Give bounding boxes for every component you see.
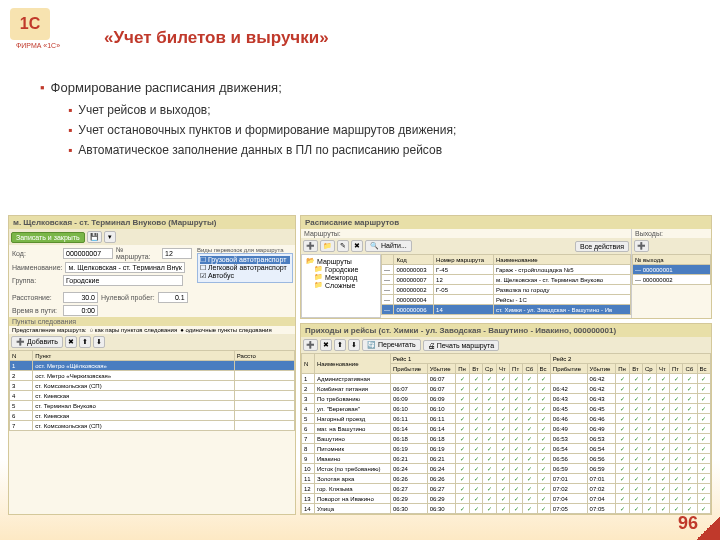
- trips-title: Приходы и рейсы (ст. Химки - ул. Заводск…: [301, 324, 711, 337]
- table-row[interactable]: —00000000712м. Щелковская - ст. Терминал…: [382, 275, 631, 285]
- routenum-label: № маршрута:: [116, 246, 159, 260]
- stops-header: Пункты следования: [9, 317, 295, 326]
- dist-label: Расстояние:: [12, 294, 60, 301]
- veh-label: Виды перевозок для маршрута: [197, 247, 293, 253]
- add-button[interactable]: ➕ Добавить: [11, 336, 63, 348]
- up-icon[interactable]: ⬆: [79, 336, 91, 348]
- all-actions-button[interactable]: Все действия: [575, 241, 629, 252]
- table-row[interactable]: 6ст. Киевская: [10, 411, 295, 421]
- table-row[interactable]: 2Комбинат питания06:0706:07✓✓✓✓✓✓✓06:420…: [302, 384, 711, 394]
- edit-icon[interactable]: ✎: [337, 240, 349, 252]
- table-row[interactable]: 6маг. на Вашутино06:1406:14✓✓✓✓✓✓✓06:490…: [302, 424, 711, 434]
- del-trip-icon[interactable]: ✖: [320, 339, 332, 351]
- page-number: 96: [678, 513, 698, 534]
- tree-item[interactable]: 📁Городские: [304, 265, 378, 273]
- table-row[interactable]: 2ост. Метро «Черкизовская»: [10, 371, 295, 381]
- time-input[interactable]: [63, 305, 98, 316]
- table-row[interactable]: —000000002Г-05Развозка по городу: [382, 285, 631, 295]
- table-row[interactable]: 3По требованию06:0906:09✓✓✓✓✓✓✓06:4306:4…: [302, 394, 711, 404]
- logo: 1С ФИРМА «1С»: [10, 8, 66, 56]
- table-row[interactable]: 5ст. Терминал Внуково: [10, 401, 295, 411]
- route-tree[interactable]: 📂Маршруты 📁Городские📁Межгород📁Сложные: [301, 254, 381, 318]
- trips-panel: Приходы и рейсы (ст. Химки - ул. Заводск…: [300, 323, 712, 515]
- save-icon[interactable]: 💾: [87, 231, 102, 243]
- stops-table[interactable]: NПунктРассто 1ост. Метро «Щёлковская»2ос…: [9, 350, 295, 431]
- exits-label: Выходы:: [635, 230, 683, 237]
- table-row[interactable]: 8Питомник06:1906:19✓✓✓✓✓✓✓06:5406:54✓✓✓✓…: [302, 444, 711, 454]
- up-trip-icon[interactable]: ⬆: [334, 339, 346, 351]
- repr-opt2[interactable]: ● одиночные пункты следования: [180, 327, 272, 333]
- delete-icon[interactable]: ✖: [65, 336, 77, 348]
- vehicle-option[interactable]: ☐ Грузовой автотранспорт: [200, 256, 290, 264]
- nul-input[interactable]: [158, 292, 188, 303]
- routenum-input[interactable]: [162, 248, 192, 259]
- bullet-1: Формирование расписания движения;: [51, 80, 282, 95]
- table-row[interactable]: 7Вашутино06:1806:18✓✓✓✓✓✓✓06:5306:53✓✓✓✓…: [302, 434, 711, 444]
- vehicle-option[interactable]: ☐ Легковой автотранспорт: [200, 264, 290, 272]
- add-folder-icon[interactable]: 📁: [320, 240, 335, 252]
- route-edit-title: м. Щелковская - ст. Терминал Внуково (Ма…: [9, 216, 295, 229]
- table-row[interactable]: 4ст. Киевская: [10, 391, 295, 401]
- routes-label: Маршруты:: [304, 230, 352, 237]
- corner-decoration: [696, 516, 720, 540]
- delete-route-icon[interactable]: ✖: [351, 240, 363, 252]
- schedule-panel: Расписание маршрутов Маршруты: ➕ 📁 ✎ ✖ 🔍…: [300, 215, 712, 319]
- more-icon[interactable]: ▾: [104, 231, 116, 243]
- bullet-2c: Автоматическое заполнение данных в ПЛ по…: [78, 143, 442, 157]
- add-exit-icon[interactable]: ➕: [634, 240, 649, 252]
- route-edit-panel: м. Щелковская - ст. Терминал Внуково (Ма…: [8, 215, 296, 515]
- down-icon[interactable]: ⬇: [93, 336, 105, 348]
- tree-item[interactable]: 📁Межгород: [304, 273, 378, 281]
- add-trip-icon[interactable]: ➕: [303, 339, 318, 351]
- exits-panel: Выходы: ➕ № выхода — 000000001— 00000000…: [631, 229, 711, 318]
- trips-table[interactable]: NНаименованиеРейс 1Рейс 2ПрибытиеУбытиеП…: [301, 353, 711, 514]
- add-route-icon[interactable]: ➕: [303, 240, 318, 252]
- code-input[interactable]: [63, 248, 113, 259]
- name-label: Наименование:: [12, 264, 62, 271]
- table-row[interactable]: 4ул. "Береговая"06:1006:10✓✓✓✓✓✓✓06:4506…: [302, 404, 711, 414]
- code-label: Код:: [12, 250, 60, 257]
- table-row[interactable]: 1Административная06:07✓✓✓✓✓✓✓06:42✓✓✓✓✓✓…: [302, 374, 711, 384]
- bullet-2b: Учет остановочных пунктов и формирование…: [78, 123, 456, 137]
- bullet-list: ▪Формирование расписания движения; ▪Учет…: [40, 80, 690, 163]
- table-row[interactable]: — 000000002: [633, 275, 711, 285]
- vehicle-checklist[interactable]: ☐ Грузовой автотранспорт☐ Легковой автот…: [197, 253, 293, 283]
- find-button[interactable]: 🔍 Найти...: [365, 240, 412, 252]
- tree-item[interactable]: 📁Сложные: [304, 281, 378, 289]
- table-row[interactable]: 7ст. Комсомольская (СП): [10, 421, 295, 431]
- table-row[interactable]: 11Золотая арка06:2606:26✓✓✓✓✓✓✓07:0107:0…: [302, 474, 711, 484]
- table-row[interactable]: 13Поворот на Ивакино06:2906:29✓✓✓✓✓✓✓07:…: [302, 494, 711, 504]
- page-title: «Учет билетов и выручки»: [104, 28, 329, 48]
- time-label: Время в пути:: [12, 307, 60, 314]
- save-close-button[interactable]: Записать и закрыть: [11, 232, 85, 243]
- table-row[interactable]: 12гор. Клязьма06:2706:27✓✓✓✓✓✓✓07:0207:0…: [302, 484, 711, 494]
- dist-input[interactable]: [63, 292, 98, 303]
- repr-opt1[interactable]: ○ как пары пунктов следования: [90, 327, 178, 333]
- table-row[interactable]: 9Ивакино06:2106:21✓✓✓✓✓✓✓06:5606:56✓✓✓✓✓…: [302, 454, 711, 464]
- group-input[interactable]: [63, 275, 183, 286]
- table-row[interactable]: — 000000001: [633, 265, 711, 275]
- table-row[interactable]: 14Улица06:3006:30✓✓✓✓✓✓✓07:0507:05✓✓✓✓✓✓…: [302, 504, 711, 514]
- routes-table[interactable]: КодНомер маршрутаНаименование —000000003…: [381, 254, 631, 315]
- nul-label: Нулевой пробег:: [101, 294, 155, 301]
- table-row[interactable]: —00000000614ст. Химки - ул. Заводская - …: [382, 305, 631, 315]
- logo-icon: 1С: [10, 8, 50, 40]
- print-button[interactable]: 🖨 Печать маршрута: [423, 340, 499, 351]
- logo-text: ФИРМА «1С»: [10, 42, 66, 49]
- table-row[interactable]: 5Нагорный проезд06:1106:11✓✓✓✓✓✓✓06:4606…: [302, 414, 711, 424]
- name-input[interactable]: [65, 262, 185, 273]
- table-row[interactable]: 1ост. Метро «Щёлковская»: [10, 361, 295, 371]
- refresh-button[interactable]: 🔄 Перечитать: [362, 339, 421, 351]
- table-row[interactable]: 3ст. Комсомольская (СП): [10, 381, 295, 391]
- bullet-2a: Учет рейсов и выходов;: [78, 103, 210, 117]
- group-label: Группа:: [12, 277, 60, 284]
- schedule-title: Расписание маршрутов: [301, 216, 711, 229]
- down-trip-icon[interactable]: ⬇: [348, 339, 360, 351]
- table-row[interactable]: 10Исток (по требованию)06:2406:24✓✓✓✓✓✓✓…: [302, 464, 711, 474]
- exits-table[interactable]: № выхода — 000000001— 000000002: [632, 254, 711, 285]
- table-row[interactable]: —000000004Рейсы - 1С: [382, 295, 631, 305]
- repr-label: Представление маршрута:: [12, 327, 87, 333]
- table-row[interactable]: —000000003Г-45Гараж - стройплощадка №5: [382, 265, 631, 275]
- vehicle-option[interactable]: ☑ Автобус: [200, 272, 290, 280]
